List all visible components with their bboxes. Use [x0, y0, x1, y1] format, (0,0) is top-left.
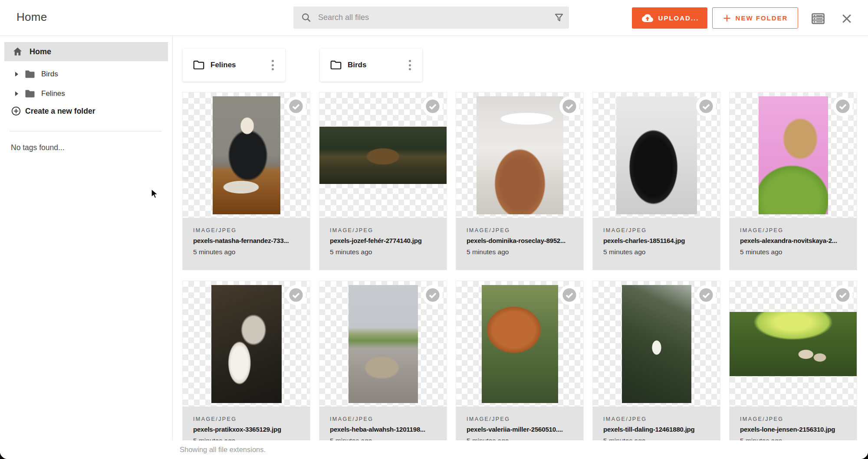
folder-name: Birds	[348, 61, 366, 69]
file-card[interactable]: IMAGE/JPEG pexels-alexandra-novitskaya-2…	[730, 92, 857, 270]
file-thumbnail-image	[616, 96, 697, 214]
file-thumbnail	[456, 92, 583, 218]
sidebar-item-home-label: Home	[30, 47, 51, 56]
search-bar	[293, 7, 569, 29]
file-name: pexels-charles-1851164.jpg	[603, 237, 710, 244]
file-thumbnail	[319, 281, 447, 407]
file-thumbnail	[593, 281, 720, 407]
file-thumbnail-image	[622, 285, 691, 403]
file-thumbnail	[730, 281, 857, 407]
file-name: pexels-valeriia-miller-2560510....	[467, 426, 573, 433]
file-grid: IMAGE/JPEG pexels-natasha-fernandez-733.…	[183, 92, 857, 459]
list-view-icon	[812, 13, 825, 24]
file-timestamp: 5 minutes ago	[467, 248, 573, 256]
file-timestamp: 5 minutes ago	[740, 248, 846, 256]
mime-type-label: IMAGE/JPEG	[740, 416, 846, 422]
new-folder-button[interactable]: NEW FOLDER	[712, 7, 798, 29]
file-name: pexels-lone-jensen-2156310.jpg	[740, 426, 846, 433]
select-check-badge[interactable]	[423, 96, 443, 116]
select-check-badge[interactable]	[423, 285, 443, 305]
select-check-badge[interactable]	[696, 285, 716, 305]
file-name: pexels-till-daling-12461880.jpg	[603, 426, 710, 433]
check-icon	[835, 99, 850, 114]
check-icon	[425, 99, 440, 114]
file-card[interactable]: IMAGE/JPEG pexels-pratikxox-3365129.jpg …	[183, 281, 310, 459]
folder-card-felines[interactable]: Felines	[183, 49, 285, 82]
file-meta: IMAGE/JPEG pexels-natasha-fernandez-733.…	[183, 218, 310, 270]
select-check-badge[interactable]	[286, 96, 306, 116]
select-check-badge[interactable]	[696, 96, 716, 116]
file-card[interactable]: IMAGE/JPEG pexels-valeriia-miller-256051…	[456, 281, 583, 459]
home-icon	[12, 46, 23, 57]
sidebar-item-felines[interactable]: Felines	[0, 86, 168, 102]
check-icon	[562, 99, 577, 114]
mime-type-label: IMAGE/JPEG	[603, 416, 710, 422]
file-name: pexels-natasha-fernandez-733...	[193, 237, 299, 244]
folder-icon	[25, 89, 35, 98]
create-folder-label: Create a new folder	[25, 107, 95, 116]
file-thumbnail-image	[759, 96, 828, 214]
select-check-badge[interactable]	[559, 96, 579, 116]
file-card[interactable]: IMAGE/JPEG pexels-dominika-roseclay-8952…	[456, 92, 583, 270]
file-thumbnail	[730, 92, 857, 218]
upload-cloud-icon	[641, 13, 654, 23]
sidebar-item-home[interactable]: Home	[4, 42, 168, 61]
main-content: Felines Birds	[173, 36, 868, 459]
sidebar-item-birds[interactable]: Birds	[0, 66, 168, 82]
file-card[interactable]: IMAGE/JPEG pexels-lone-jensen-2156310.jp…	[730, 281, 857, 459]
file-meta: IMAGE/JPEG pexels-alexandra-novitskaya-2…	[730, 218, 857, 270]
folder-menu-button[interactable]	[404, 49, 415, 82]
check-icon	[835, 288, 850, 302]
file-meta: IMAGE/JPEG pexels-charles-1851164.jpg 5 …	[593, 218, 720, 270]
file-manager-window: Home UPLOAD...	[0, 0, 868, 459]
sidebar-item-felines-label: Felines	[41, 89, 65, 98]
check-icon	[699, 99, 713, 114]
file-thumbnail	[319, 92, 447, 218]
page-title: Home	[16, 10, 47, 24]
close-button[interactable]	[839, 12, 854, 25]
file-card[interactable]: IMAGE/JPEG pexels-charles-1851164.jpg 5 …	[593, 92, 720, 270]
check-icon	[289, 99, 303, 114]
file-name: pexels-pratikxox-3365129.jpg	[193, 426, 299, 433]
file-timestamp: 5 minutes ago	[330, 248, 436, 256]
file-thumbnail-image	[349, 285, 418, 403]
new-folder-label: NEW FOLDER	[736, 14, 788, 22]
top-bar: Home UPLOAD...	[0, 0, 868, 36]
check-icon	[562, 288, 577, 302]
file-card[interactable]: IMAGE/JPEG pexels-natasha-fernandez-733.…	[183, 92, 310, 270]
file-card[interactable]: IMAGE/JPEG pexels-till-daling-12461880.j…	[593, 281, 720, 459]
file-thumbnail-image	[477, 96, 563, 214]
list-view-button[interactable]	[811, 12, 825, 25]
file-card[interactable]: IMAGE/JPEG pexels-jozef-fehér-2774140.jp…	[319, 92, 447, 270]
file-meta: IMAGE/JPEG pexels-dominika-roseclay-8952…	[456, 218, 583, 270]
file-thumbnail	[593, 92, 720, 218]
folder-icon	[193, 60, 204, 70]
filter-button[interactable]	[549, 7, 569, 29]
check-icon	[425, 288, 440, 302]
plus-icon	[723, 14, 731, 23]
check-icon	[699, 288, 713, 302]
file-thumbnail-image	[213, 96, 280, 214]
select-check-badge[interactable]	[559, 285, 579, 305]
mime-type-label: IMAGE/JPEG	[603, 227, 710, 233]
folder-card-birds[interactable]: Birds	[320, 49, 422, 82]
select-check-badge[interactable]	[833, 285, 853, 305]
search-input[interactable]	[312, 13, 549, 22]
sidebar: Home Birds Felines	[0, 36, 173, 459]
file-thumbnail	[183, 281, 310, 407]
mime-type-label: IMAGE/JPEG	[193, 416, 299, 422]
folder-menu-button[interactable]	[267, 49, 278, 82]
filter-icon	[553, 12, 565, 23]
chevron-right-icon	[14, 71, 19, 77]
mime-type-label: IMAGE/JPEG	[467, 416, 573, 422]
chevron-right-icon	[14, 91, 19, 97]
mime-type-label: IMAGE/JPEG	[330, 416, 436, 422]
file-card[interactable]: IMAGE/JPEG pexels-heba-alwahsh-1201198..…	[319, 281, 447, 459]
file-thumbnail-image	[211, 285, 282, 403]
select-check-badge[interactable]	[286, 285, 306, 305]
folder-icon	[25, 70, 35, 79]
close-icon	[840, 12, 853, 25]
select-check-badge[interactable]	[833, 96, 853, 116]
upload-button[interactable]: UPLOAD...	[632, 7, 707, 29]
create-folder-button[interactable]: Create a new folder	[11, 106, 95, 116]
